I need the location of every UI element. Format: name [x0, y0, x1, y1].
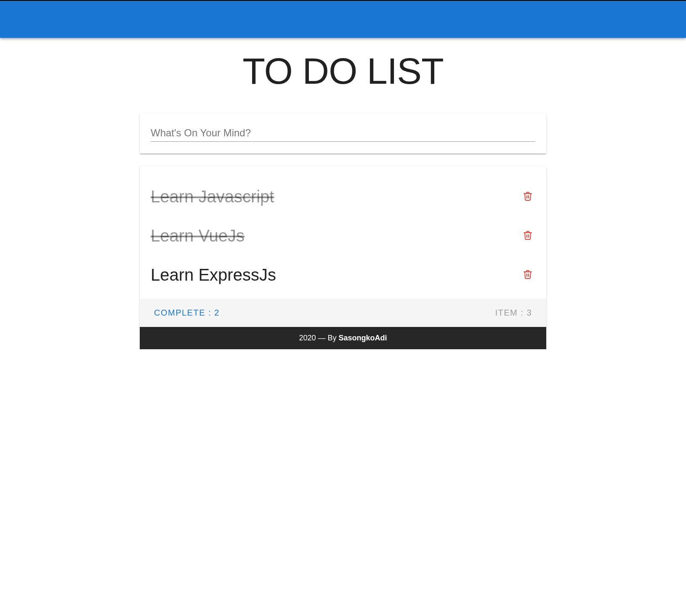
item-label: ITEM :	[495, 308, 526, 317]
footer-year: 2020	[299, 334, 316, 342]
todo-list-card: Learn JavascriptLearn VueJsLearn Express…	[140, 166, 546, 327]
complete-count: COMPLETE : 2	[154, 308, 220, 318]
trash-icon	[523, 191, 533, 202]
delete-button[interactable]	[520, 228, 535, 244]
app-header-bar	[0, 0, 686, 38]
trash-icon	[523, 230, 533, 242]
item-count: ITEM : 3	[495, 308, 532, 318]
delete-button[interactable]	[520, 189, 535, 205]
todo-text[interactable]: Learn ExpressJs	[151, 266, 276, 284]
complete-value: 2	[214, 308, 220, 317]
status-bar: COMPLETE : 2 ITEM : 3	[140, 299, 546, 327]
new-todo-input[interactable]	[151, 125, 535, 142]
page-title: TO DO LIST	[140, 50, 546, 93]
main-container: TO DO LIST Learn JavascriptLearn VueJsLe…	[135, 50, 551, 349]
complete-label: COMPLETE :	[154, 308, 214, 317]
footer: 2020 — By SasongkoAdi	[140, 327, 546, 349]
item-value: 3	[526, 308, 532, 317]
todo-row: Learn Javascript	[151, 177, 535, 216]
footer-author: SasongkoAdi	[339, 334, 387, 342]
todo-text[interactable]: Learn Javascript	[151, 187, 274, 206]
footer-sep: — By	[316, 334, 339, 342]
todo-row: Learn ExpressJs	[151, 255, 535, 295]
new-todo-card	[140, 114, 546, 154]
todo-text[interactable]: Learn VueJs	[151, 226, 245, 245]
todo-row: Learn VueJs	[151, 216, 535, 255]
todo-list: Learn JavascriptLearn VueJsLearn Express…	[140, 166, 546, 299]
new-todo-field	[151, 125, 535, 142]
trash-icon	[523, 269, 533, 281]
delete-button[interactable]	[520, 267, 535, 283]
